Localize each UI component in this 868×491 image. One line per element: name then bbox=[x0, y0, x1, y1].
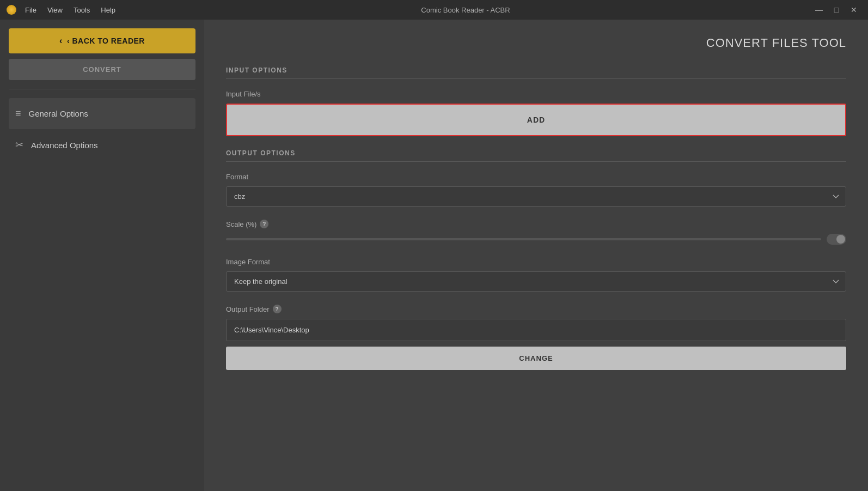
add-files-button[interactable]: ADD bbox=[226, 104, 846, 136]
change-folder-button[interactable]: CHANGE bbox=[226, 347, 846, 370]
output-folder-input[interactable] bbox=[226, 319, 846, 341]
app-title: Comic Book Reader - ACBR bbox=[421, 6, 510, 14]
chevron-left-icon: ‹ bbox=[59, 36, 63, 46]
format-group: Format cbz cbr pdf epub bbox=[226, 173, 846, 207]
sidebar-item-advanced-options[interactable]: ✂ Advanced Options bbox=[9, 129, 195, 161]
page-title: CONVERT FILES TOOL bbox=[226, 36, 846, 50]
scale-help-icon[interactable]: ? bbox=[260, 220, 268, 228]
output-folder-group: Output Folder ? CHANGE bbox=[226, 305, 846, 370]
menu-bar: File View Tools Help bbox=[21, 4, 120, 16]
scale-group: Scale (%) ? bbox=[226, 220, 846, 245]
general-options-icon: ≡ bbox=[15, 108, 21, 119]
minimize-button[interactable]: — bbox=[811, 2, 827, 17]
convert-button[interactable]: CONVERT bbox=[9, 59, 195, 80]
title-bar-left: File View Tools Help bbox=[7, 4, 120, 16]
sidebar-nav: ≡ General Options ✂ Advanced Options bbox=[9, 98, 195, 161]
advanced-options-label: Advanced Options bbox=[31, 141, 98, 150]
back-to-reader-label: ‹ BACK TO READER bbox=[67, 37, 145, 45]
output-options-section: OUTPUT OPTIONS Format cbz cbr pdf epub S… bbox=[226, 149, 846, 370]
menu-file[interactable]: File bbox=[21, 4, 41, 16]
scale-label: Scale (%) ? bbox=[226, 220, 846, 228]
output-options-section-header: OUTPUT OPTIONS bbox=[226, 149, 846, 162]
close-button[interactable]: ✕ bbox=[846, 2, 861, 17]
app-icon bbox=[7, 5, 16, 15]
main-container: ‹ ‹ BACK TO READER CONVERT ≡ General Opt… bbox=[0, 20, 868, 491]
output-folder-help-icon[interactable]: ? bbox=[273, 305, 282, 313]
image-format-select[interactable]: Keep the original jpg png webp avif bbox=[226, 271, 846, 292]
format-select[interactable]: cbz cbr pdf epub bbox=[226, 186, 846, 207]
menu-view[interactable]: View bbox=[43, 4, 67, 16]
image-format-group: Image Format Keep the original jpg png w… bbox=[226, 258, 846, 292]
menu-help[interactable]: Help bbox=[96, 4, 120, 16]
general-options-label: General Options bbox=[29, 109, 88, 118]
window-controls: — □ ✕ bbox=[811, 2, 861, 17]
title-bar: File View Tools Help Comic Book Reader -… bbox=[0, 0, 868, 20]
sidebar-item-general-options[interactable]: ≡ General Options bbox=[9, 98, 195, 129]
input-files-group: Input File/s ADD bbox=[226, 90, 846, 136]
scale-toggle[interactable] bbox=[827, 234, 846, 245]
advanced-options-icon: ✂ bbox=[15, 139, 23, 151]
output-folder-label: Output Folder ? bbox=[226, 305, 846, 313]
sidebar: ‹ ‹ BACK TO READER CONVERT ≡ General Opt… bbox=[0, 20, 204, 491]
sidebar-divider bbox=[9, 89, 195, 89]
menu-tools[interactable]: Tools bbox=[69, 4, 94, 16]
input-options-section-header: INPUT OPTIONS bbox=[226, 66, 846, 79]
scale-slider-container bbox=[226, 234, 846, 245]
content-area: CONVERT FILES TOOL INPUT OPTIONS Input F… bbox=[204, 20, 868, 491]
input-files-label: Input File/s bbox=[226, 90, 846, 98]
maximize-button[interactable]: □ bbox=[829, 2, 844, 17]
image-format-label: Image Format bbox=[226, 258, 846, 266]
back-to-reader-button[interactable]: ‹ ‹ BACK TO READER bbox=[9, 28, 195, 53]
scale-slider-track[interactable] bbox=[226, 238, 821, 240]
format-label: Format bbox=[226, 173, 846, 181]
